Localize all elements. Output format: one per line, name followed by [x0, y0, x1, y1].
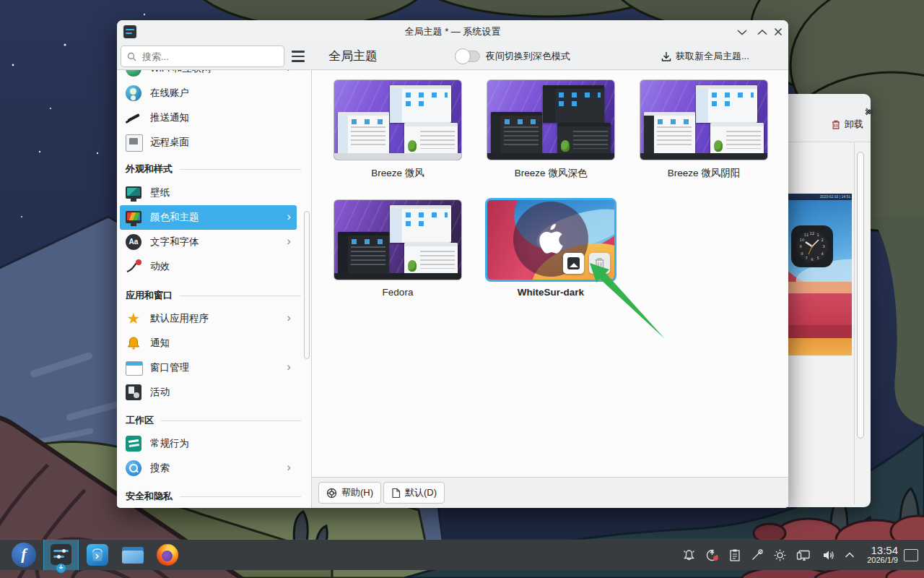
search-field[interactable] [121, 46, 284, 67]
theme-card-breeze-twilight[interactable]: Breeze 微风阴阳 [640, 79, 768, 180]
task-dolphin[interactable] [122, 544, 144, 566]
close-icon[interactable] [772, 26, 784, 38]
theme-card-breeze[interactable]: Breeze 微风 [334, 79, 462, 180]
svg-text:12: 12 [810, 231, 814, 236]
theme-card-whitesur-dark[interactable]: WhiteSur-dark [487, 199, 615, 298]
apple-logo [538, 223, 564, 254]
svg-text:4: 4 [821, 251, 823, 256]
colors-themes-icon [126, 211, 141, 223]
svg-text:10: 10 [800, 238, 804, 242]
sidebar-section-appearance: 外观和样式 [126, 163, 301, 176]
sidebar-item-window-management[interactable]: 窗口管理› [120, 355, 297, 380]
download-icon [661, 51, 671, 62]
volume-icon[interactable] [821, 548, 835, 562]
theme-name: Breeze 微风阴阳 [640, 167, 768, 180]
trash-icon [831, 119, 841, 130]
sidebar: WiFi 和互联网› 在线账户 推送通知 远程桌面 外观和样式 壁纸 [117, 70, 312, 508]
chevron-right-icon: › [287, 70, 291, 81]
chevron-right-icon: › [287, 456, 291, 480]
theme-name: Fedora [334, 287, 462, 298]
svg-text:3: 3 [822, 244, 824, 249]
sidebar-item-wifi-internet[interactable]: WiFi 和互联网› [120, 70, 297, 81]
sidebar-item-online-accounts[interactable]: 在线账户 [120, 81, 297, 105]
minimize-icon[interactable] [736, 26, 748, 38]
sidebar-section-security: 安全和隐私 [126, 490, 301, 503]
sidebar-item-general-behavior[interactable]: 常规行为 [120, 431, 297, 456]
search-input[interactable] [141, 51, 284, 63]
sidebar-item-wallpaper[interactable]: 壁纸 [120, 181, 297, 205]
svg-text:9: 9 [799, 244, 801, 249]
theme-card-fedora[interactable]: Fedora [334, 199, 462, 298]
svg-text:1: 1 [816, 233, 819, 237]
sidebar-item-colors-themes[interactable]: 颜色和主题› [120, 205, 297, 230]
maximize-icon[interactable] [757, 26, 768, 38]
notifications-bell-icon[interactable] [682, 548, 696, 562]
system-settings-window: 全局主题 * — 系统设置 全局主题 夜 [117, 20, 788, 508]
theme-name: Breeze 微风深色 [487, 167, 615, 180]
theme-preview-image: 12369 1245 781011 2023-02-10 | 14:51 [788, 194, 852, 355]
window-icon [126, 361, 143, 376]
pen-icon[interactable] [750, 548, 764, 562]
menu-button[interactable] [289, 48, 308, 64]
clock-time: 13:54 [867, 545, 898, 556]
page-title: 全局主题 [328, 48, 378, 64]
app-launcher-button[interactable]: f [12, 543, 36, 567]
pin-badge: + [56, 564, 66, 573]
animations-icon [126, 259, 141, 275]
search-settings-icon [126, 460, 141, 476]
dark-mode-toggle[interactable] [456, 51, 480, 62]
show-desktop-button[interactable] [904, 549, 918, 561]
sidebar-item-remote-desktop[interactable]: 远程桌面 [120, 130, 297, 155]
svg-text:11: 11 [804, 233, 808, 237]
apply-appearance-button[interactable] [563, 253, 584, 274]
sidebar-section-apps-windows: 应用和窗口 [126, 289, 301, 302]
taskbar-panel: f + [0, 540, 924, 570]
chevron-right-icon: › [287, 355, 291, 380]
delete-theme-button[interactable] [589, 253, 610, 274]
display-device-icon[interactable] [796, 548, 812, 562]
activities-icon [126, 384, 141, 400]
fonts-icon: Aa [126, 234, 141, 250]
sidebar-scrollbar[interactable] [304, 211, 310, 359]
updates-icon[interactable] [705, 548, 720, 562]
sidebar-item-push-notifications[interactable]: 推送通知 [120, 105, 297, 130]
star-icon: ★ [126, 311, 141, 327]
window-title: 全局主题 * — 系统设置 [117, 20, 788, 43]
task-discover[interactable] [87, 544, 108, 566]
svg-text:2: 2 [821, 238, 823, 242]
sidebar-item-notifications[interactable]: 通知 [120, 331, 297, 355]
theme-thumbnail [334, 199, 462, 280]
discover-icon [90, 547, 105, 563]
chevron-right-icon: › [287, 205, 291, 230]
footer-bar: 帮助(H) 默认(D) [312, 477, 788, 508]
store-scrollbar[interactable] [857, 152, 864, 439]
uninstall-label: 卸载 [845, 118, 863, 131]
theme-card-breeze-dark[interactable]: Breeze 微风深色 [487, 79, 615, 180]
task-system-settings[interactable]: + [43, 540, 79, 570]
uninstall-button[interactable]: 卸载 [831, 118, 863, 131]
expand-tray-icon[interactable] [845, 551, 855, 558]
sidebar-section-workspace: 工作区 [126, 414, 301, 427]
task-firefox[interactable] [157, 544, 178, 566]
help-button[interactable]: 帮助(H) [318, 482, 381, 504]
sidebar-item-activities[interactable]: 活动 [120, 380, 297, 405]
theme-grid: Breeze 微风 Breeze 微风深色 [312, 70, 788, 478]
close-icon[interactable] [863, 105, 875, 117]
sidebar-item-search[interactable]: 搜索› [120, 456, 297, 480]
theme-thumbnail [640, 79, 768, 160]
theme-name: WhiteSur-dark [487, 287, 615, 298]
svg-text:8: 8 [801, 251, 803, 256]
clipboard-icon[interactable] [729, 548, 741, 562]
trash-icon [589, 253, 610, 274]
get-new-themes-button[interactable]: 获取新全局主题... [661, 50, 785, 63]
document-icon [391, 488, 401, 499]
brightness-icon[interactable] [773, 548, 787, 562]
wallpaper-icon [126, 186, 141, 199]
system-settings-icon [51, 544, 71, 565]
sidebar-item-animations[interactable]: 动效 [120, 254, 297, 279]
sidebar-item-default-applications[interactable]: ★ 默认应用程序› [120, 306, 297, 331]
titlebar[interactable]: 全局主题 * — 系统设置 [117, 20, 788, 43]
digital-clock[interactable]: 13:54 2026/1/9 [867, 545, 898, 564]
sidebar-item-fonts[interactable]: Aa 文字和字体› [120, 230, 297, 254]
defaults-button[interactable]: 默认(D) [383, 482, 445, 504]
